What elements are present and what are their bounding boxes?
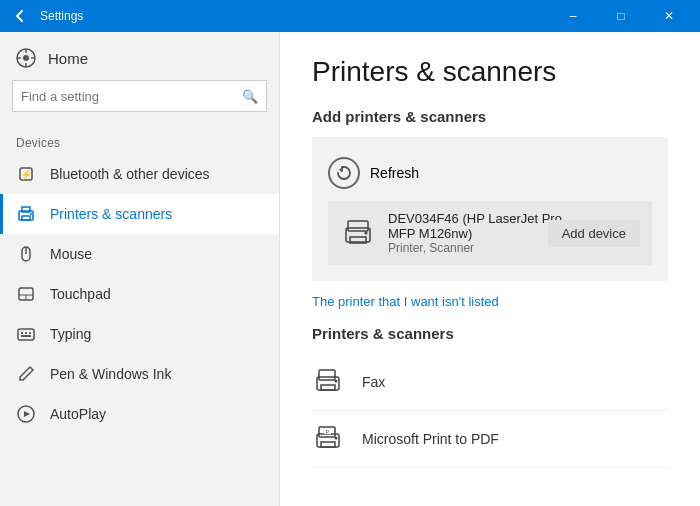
- titlebar: Settings – □ ✕: [0, 0, 700, 32]
- svg-point-35: [335, 437, 338, 440]
- mouse-label: Mouse: [50, 246, 92, 262]
- home-label: Home: [48, 50, 88, 67]
- svg-rect-28: [319, 370, 335, 380]
- window-controls: – □ ✕: [550, 0, 692, 32]
- bluetooth-label: Bluetooth & other devices: [50, 166, 210, 182]
- printers-section-title: Printers & scanners: [312, 325, 668, 342]
- printer-list-item-fax[interactable]: Fax: [312, 354, 668, 411]
- not-listed-container: The printer that I want isn't listed: [312, 293, 668, 309]
- home-icon: [16, 48, 36, 68]
- sidebar-item-printers[interactable]: Printers & scanners: [0, 194, 279, 234]
- search-input[interactable]: [21, 89, 236, 104]
- sidebar-item-autoplay[interactable]: AutoPlay: [0, 394, 279, 434]
- svg-rect-20: [29, 332, 31, 334]
- svg-rect-30: [321, 385, 335, 390]
- svg-rect-24: [348, 221, 368, 231]
- device-name: DEV034F46 (HP LaserJet Pro MFP M126nw): [388, 211, 574, 241]
- minimize-button[interactable]: –: [550, 0, 596, 32]
- autoplay-icon: [16, 404, 36, 424]
- add-device-button[interactable]: Add device: [548, 220, 640, 247]
- svg-marker-23: [24, 411, 30, 417]
- page-title: Printers & scanners: [312, 56, 668, 88]
- fax-icon: [312, 364, 348, 400]
- svg-rect-18: [21, 332, 23, 334]
- printer-list-item-pdf[interactable]: P Microsoft Print to PDF: [312, 411, 668, 468]
- autoplay-label: AutoPlay: [50, 406, 106, 422]
- add-section-title: Add printers & scanners: [312, 108, 668, 125]
- sidebar-item-bluetooth[interactable]: ⚡ Bluetooth & other devices: [0, 154, 279, 194]
- svg-rect-17: [18, 329, 34, 340]
- svg-rect-34: [321, 442, 335, 447]
- refresh-icon: [328, 157, 360, 189]
- window-title: Settings: [40, 9, 550, 23]
- search-box[interactable]: 🔍: [12, 80, 267, 112]
- printers-label: Printers & scanners: [50, 206, 172, 222]
- not-listed-link[interactable]: The printer that I want isn't listed: [312, 294, 499, 309]
- device-printer-icon: [340, 215, 376, 251]
- sidebar-item-pen[interactable]: Pen & Windows Ink: [0, 354, 279, 394]
- touchpad-label: Touchpad: [50, 286, 111, 302]
- pen-label: Pen & Windows Ink: [50, 366, 171, 382]
- sidebar: Home 🔍 Devices ⚡ Bluetooth & other devic…: [0, 32, 280, 506]
- touchpad-icon: [16, 284, 36, 304]
- svg-text:⚡: ⚡: [20, 168, 33, 181]
- fax-label: Fax: [362, 374, 385, 390]
- svg-point-27: [365, 232, 368, 235]
- pen-icon: [16, 364, 36, 384]
- sidebar-item-home[interactable]: Home: [0, 32, 279, 80]
- sidebar-item-touchpad[interactable]: Touchpad: [0, 274, 279, 314]
- section-label: Devices: [0, 128, 279, 154]
- device-row: DEV034F46 (HP LaserJet Pro MFP M126nw) P…: [328, 201, 652, 265]
- mouse-icon: [16, 244, 36, 264]
- printer-icon: [16, 204, 36, 224]
- svg-rect-9: [22, 207, 30, 212]
- pdf-label: Microsoft Print to PDF: [362, 431, 499, 447]
- svg-rect-10: [22, 216, 30, 220]
- sidebar-item-typing[interactable]: Typing: [0, 314, 279, 354]
- svg-rect-19: [25, 332, 27, 334]
- close-button[interactable]: ✕: [646, 0, 692, 32]
- device-type: Printer, Scanner: [388, 241, 574, 255]
- refresh-label: Refresh: [370, 165, 419, 181]
- pdf-printer-icon: P: [312, 421, 348, 457]
- typing-icon: [16, 324, 36, 344]
- svg-point-11: [30, 213, 32, 215]
- svg-point-31: [335, 380, 338, 383]
- add-printers-area: Refresh DEV034F46 (HP LaserJet Pro MFP M…: [312, 137, 668, 281]
- content-area: Printers & scanners Add printers & scann…: [280, 32, 700, 506]
- svg-rect-21: [21, 335, 31, 337]
- svg-point-1: [23, 55, 29, 61]
- typing-label: Typing: [50, 326, 91, 342]
- refresh-row[interactable]: Refresh: [328, 149, 652, 197]
- main-layout: Home 🔍 Devices ⚡ Bluetooth & other devic…: [0, 32, 700, 506]
- back-button[interactable]: [8, 4, 32, 28]
- sidebar-item-mouse[interactable]: Mouse: [0, 234, 279, 274]
- bluetooth-icon: ⚡: [16, 164, 36, 184]
- maximize-button[interactable]: □: [598, 0, 644, 32]
- device-info: DEV034F46 (HP LaserJet Pro MFP M126nw) P…: [388, 211, 574, 255]
- search-icon: 🔍: [242, 89, 258, 104]
